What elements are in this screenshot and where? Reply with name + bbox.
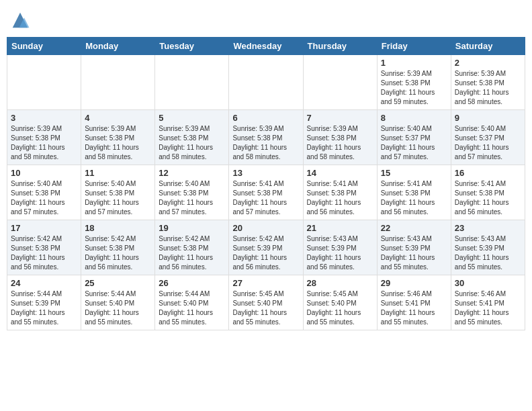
day-number: 24	[11, 278, 77, 288]
day-number: 3	[11, 113, 77, 123]
calendar-cell: 17Sunrise: 5:42 AM Sunset: 5:38 PM Dayli…	[7, 220, 81, 275]
day-info: Sunrise: 5:39 AM Sunset: 5:38 PM Dayligh…	[159, 124, 225, 162]
day-number: 5	[159, 113, 225, 123]
day-number: 11	[85, 168, 151, 178]
calendar-header-row: SundayMondayTuesdayWednesdayThursdayFrid…	[7, 38, 525, 55]
calendar-week-row: 10Sunrise: 5:40 AM Sunset: 5:38 PM Dayli…	[7, 165, 525, 220]
day-info: Sunrise: 5:42 AM Sunset: 5:38 PM Dayligh…	[159, 234, 225, 272]
calendar-cell: 7Sunrise: 5:39 AM Sunset: 5:38 PM Daylig…	[303, 110, 377, 165]
calendar-cell: 13Sunrise: 5:41 AM Sunset: 5:38 PM Dayli…	[229, 165, 303, 220]
day-info: Sunrise: 5:44 AM Sunset: 5:40 PM Dayligh…	[159, 289, 225, 327]
calendar-cell: 27Sunrise: 5:45 AM Sunset: 5:40 PM Dayli…	[229, 275, 303, 330]
day-number: 8	[381, 113, 447, 123]
calendar-cell: 5Sunrise: 5:39 AM Sunset: 5:38 PM Daylig…	[155, 110, 229, 165]
calendar-cell: 10Sunrise: 5:40 AM Sunset: 5:38 PM Dayli…	[7, 165, 81, 220]
calendar-cell: 2Sunrise: 5:39 AM Sunset: 5:38 PM Daylig…	[451, 55, 525, 110]
day-info: Sunrise: 5:39 AM Sunset: 5:38 PM Dayligh…	[85, 124, 151, 162]
day-number: 15	[381, 168, 447, 178]
calendar-header-friday: Friday	[377, 38, 451, 55]
day-info: Sunrise: 5:43 AM Sunset: 5:39 PM Dayligh…	[455, 234, 521, 272]
day-number: 7	[307, 113, 373, 123]
day-info: Sunrise: 5:40 AM Sunset: 5:37 PM Dayligh…	[455, 124, 521, 162]
calendar-header-sunday: Sunday	[7, 38, 81, 55]
day-number: 16	[455, 168, 521, 178]
calendar-cell: 8Sunrise: 5:40 AM Sunset: 5:37 PM Daylig…	[377, 110, 451, 165]
day-number: 6	[232, 113, 299, 123]
logo-icon	[10, 10, 30, 30]
day-number: 20	[232, 223, 299, 233]
day-number: 9	[455, 113, 521, 123]
calendar-week-row: 1Sunrise: 5:39 AM Sunset: 5:38 PM Daylig…	[7, 55, 525, 110]
calendar-cell	[7, 55, 81, 110]
day-info: Sunrise: 5:40 AM Sunset: 5:37 PM Dayligh…	[381, 124, 447, 162]
day-number: 25	[85, 278, 151, 288]
day-info: Sunrise: 5:41 AM Sunset: 5:38 PM Dayligh…	[455, 179, 521, 217]
day-info: Sunrise: 5:45 AM Sunset: 5:40 PM Dayligh…	[307, 289, 373, 327]
day-info: Sunrise: 5:39 AM Sunset: 5:38 PM Dayligh…	[455, 69, 521, 107]
day-info: Sunrise: 5:44 AM Sunset: 5:39 PM Dayligh…	[11, 289, 77, 327]
day-number: 29	[381, 278, 447, 288]
day-info: Sunrise: 5:43 AM Sunset: 5:39 PM Dayligh…	[381, 234, 447, 272]
calendar-week-row: 24Sunrise: 5:44 AM Sunset: 5:39 PM Dayli…	[7, 275, 525, 330]
day-info: Sunrise: 5:40 AM Sunset: 5:38 PM Dayligh…	[11, 179, 77, 217]
day-info: Sunrise: 5:41 AM Sunset: 5:38 PM Dayligh…	[307, 179, 373, 217]
calendar-cell: 3Sunrise: 5:39 AM Sunset: 5:38 PM Daylig…	[7, 110, 81, 165]
day-number: 19	[159, 223, 225, 233]
day-number: 13	[232, 168, 299, 178]
logo	[10, 10, 32, 30]
calendar-cell: 12Sunrise: 5:40 AM Sunset: 5:38 PM Dayli…	[155, 165, 229, 220]
calendar-cell: 4Sunrise: 5:39 AM Sunset: 5:38 PM Daylig…	[81, 110, 155, 165]
calendar-header-monday: Monday	[81, 38, 155, 55]
day-info: Sunrise: 5:41 AM Sunset: 5:38 PM Dayligh…	[381, 179, 447, 217]
day-number: 18	[85, 223, 151, 233]
day-info: Sunrise: 5:40 AM Sunset: 5:38 PM Dayligh…	[159, 179, 225, 217]
day-info: Sunrise: 5:46 AM Sunset: 5:41 PM Dayligh…	[381, 289, 447, 327]
day-number: 23	[455, 223, 521, 233]
calendar-cell: 30Sunrise: 5:46 AM Sunset: 5:41 PM Dayli…	[451, 275, 525, 330]
day-number: 10	[11, 168, 77, 178]
day-number: 14	[307, 168, 373, 178]
calendar-cell: 9Sunrise: 5:40 AM Sunset: 5:37 PM Daylig…	[451, 110, 525, 165]
calendar-cell	[229, 55, 303, 110]
day-number: 27	[232, 278, 299, 288]
calendar-cell: 21Sunrise: 5:43 AM Sunset: 5:39 PM Dayli…	[303, 220, 377, 275]
calendar-header-tuesday: Tuesday	[155, 38, 229, 55]
calendar-cell: 11Sunrise: 5:40 AM Sunset: 5:38 PM Dayli…	[81, 165, 155, 220]
day-info: Sunrise: 5:44 AM Sunset: 5:40 PM Dayligh…	[85, 289, 151, 327]
calendar-week-row: 3Sunrise: 5:39 AM Sunset: 5:38 PM Daylig…	[7, 110, 525, 165]
calendar-cell: 28Sunrise: 5:45 AM Sunset: 5:40 PM Dayli…	[303, 275, 377, 330]
calendar-cell: 18Sunrise: 5:42 AM Sunset: 5:38 PM Dayli…	[81, 220, 155, 275]
day-number: 22	[381, 223, 447, 233]
day-number: 26	[159, 278, 225, 288]
calendar-header-thursday: Thursday	[303, 38, 377, 55]
day-number: 4	[85, 113, 151, 123]
day-info: Sunrise: 5:39 AM Sunset: 5:38 PM Dayligh…	[307, 124, 373, 162]
calendar-cell: 6Sunrise: 5:39 AM Sunset: 5:38 PM Daylig…	[229, 110, 303, 165]
calendar-cell: 20Sunrise: 5:42 AM Sunset: 5:39 PM Dayli…	[229, 220, 303, 275]
day-number: 2	[455, 58, 521, 68]
calendar-table: SundayMondayTuesdayWednesdayThursdayFrid…	[7, 37, 525, 330]
day-info: Sunrise: 5:45 AM Sunset: 5:40 PM Dayligh…	[232, 289, 299, 327]
calendar-cell: 23Sunrise: 5:43 AM Sunset: 5:39 PM Dayli…	[451, 220, 525, 275]
day-number: 12	[159, 168, 225, 178]
day-info: Sunrise: 5:43 AM Sunset: 5:39 PM Dayligh…	[307, 234, 373, 272]
day-info: Sunrise: 5:39 AM Sunset: 5:38 PM Dayligh…	[11, 124, 77, 162]
calendar-cell: 15Sunrise: 5:41 AM Sunset: 5:38 PM Dayli…	[377, 165, 451, 220]
calendar-cell: 1Sunrise: 5:39 AM Sunset: 5:38 PM Daylig…	[377, 55, 451, 110]
day-number: 30	[455, 278, 521, 288]
calendar-cell	[81, 55, 155, 110]
day-info: Sunrise: 5:40 AM Sunset: 5:38 PM Dayligh…	[85, 179, 151, 217]
calendar-week-row: 17Sunrise: 5:42 AM Sunset: 5:38 PM Dayli…	[7, 220, 525, 275]
calendar-cell: 29Sunrise: 5:46 AM Sunset: 5:41 PM Dayli…	[377, 275, 451, 330]
day-info: Sunrise: 5:39 AM Sunset: 5:38 PM Dayligh…	[381, 69, 447, 107]
day-info: Sunrise: 5:46 AM Sunset: 5:41 PM Dayligh…	[455, 289, 521, 327]
day-info: Sunrise: 5:42 AM Sunset: 5:39 PM Dayligh…	[232, 234, 299, 272]
calendar-cell: 25Sunrise: 5:44 AM Sunset: 5:40 PM Dayli…	[81, 275, 155, 330]
calendar-header-wednesday: Wednesday	[229, 38, 303, 55]
day-number: 21	[307, 223, 373, 233]
calendar-cell: 14Sunrise: 5:41 AM Sunset: 5:38 PM Dayli…	[303, 165, 377, 220]
calendar-cell	[303, 55, 377, 110]
calendar-cell: 19Sunrise: 5:42 AM Sunset: 5:38 PM Dayli…	[155, 220, 229, 275]
calendar-cell: 24Sunrise: 5:44 AM Sunset: 5:39 PM Dayli…	[7, 275, 81, 330]
calendar-cell	[155, 55, 229, 110]
